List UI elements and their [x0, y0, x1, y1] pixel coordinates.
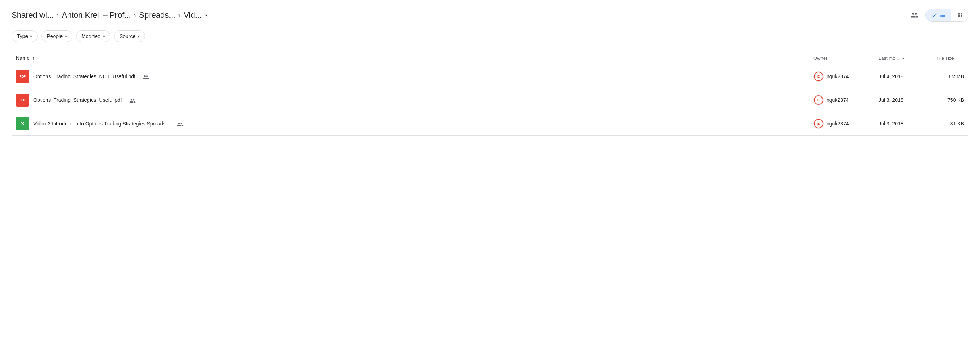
main-container: Shared wi... › Anton Kreil – Prof... › S…: [0, 0, 980, 144]
type-filter-label: Type: [17, 34, 28, 39]
grid-view-button[interactable]: [951, 9, 968, 21]
owner-cell: E nguk2374: [809, 112, 874, 136]
breadcrumb-spreads[interactable]: Spreads...: [139, 11, 175, 20]
breadcrumb-sep-3: ›: [178, 11, 181, 19]
grid-icon: [956, 12, 963, 19]
source-filter-button[interactable]: Source ▾: [114, 30, 145, 42]
people-icon: [910, 11, 918, 19]
avatar-inner: E: [814, 72, 823, 81]
list-icon: [939, 12, 946, 19]
modified-filter-label: Modified: [81, 34, 101, 39]
avatar-inner: E: [814, 119, 823, 128]
file-name-cell[interactable]: PDF Options_Trading_Strategies_Useful.pd…: [11, 88, 809, 112]
view-toggle: [925, 9, 969, 22]
people-filter-label: People: [47, 34, 63, 39]
file-type-icon: X: [16, 117, 29, 130]
modified-filter-chevron: ▾: [103, 34, 105, 39]
breadcrumb: Shared wi... › Anton Kreil – Prof... › S…: [11, 9, 969, 22]
owner-cell: E nguk2374: [809, 65, 874, 88]
breadcrumb-dropdown-icon[interactable]: ▾: [205, 13, 207, 18]
breadcrumb-sep-2: ›: [134, 11, 137, 19]
check-list-icon: [931, 12, 937, 19]
shared-icon: [177, 121, 183, 126]
size-cell: 31 KB: [932, 112, 969, 136]
list-view-button[interactable]: [926, 9, 951, 21]
table-row[interactable]: PDF Options_Trading_Strategies_Useful.pd…: [11, 88, 969, 112]
modified-cell: Jul 3, 2018: [874, 88, 932, 112]
col-header-name[interactable]: Name ↑: [11, 52, 809, 65]
modified-cell: Jul 3, 2018: [874, 112, 932, 136]
breadcrumb-actions: [908, 9, 969, 22]
owner-cell: E nguk2374: [809, 88, 874, 112]
file-type-icon: PDF: [16, 70, 29, 83]
file-name: Options_Trading_Strategies_NOT_Useful.pd…: [33, 74, 135, 79]
col-header-size: File size: [932, 52, 969, 65]
breadcrumb-shared[interactable]: Shared wi...: [11, 11, 54, 20]
file-name: Video 3 Introduction to Options Trading …: [33, 121, 170, 126]
breadcrumb-anton[interactable]: Anton Kreil – Prof...: [62, 11, 131, 20]
shared-icon: [143, 74, 149, 79]
share-people-button[interactable]: [908, 9, 921, 22]
col-header-modified[interactable]: Last mo... ▾: [874, 52, 932, 65]
owner-name: nguk2374: [827, 121, 849, 126]
type-filter-chevron: ▾: [30, 34, 32, 39]
shared-icon: [129, 98, 136, 102]
table-row[interactable]: X Video 3 Introduction to Options Tradin…: [11, 112, 969, 136]
people-filter-chevron: ▾: [65, 34, 67, 39]
file-type-icon: PDF: [16, 93, 29, 107]
file-table: Name ↑ Owner Last mo... ▾ File size: [11, 52, 969, 136]
file-name: Options_Trading_Strategies_Useful.pdf: [33, 97, 122, 103]
modified-cell: Jul 4, 2018: [874, 65, 932, 88]
modified-filter-button[interactable]: Modified ▾: [76, 30, 110, 42]
file-name-cell[interactable]: X Video 3 Introduction to Options Tradin…: [11, 112, 809, 136]
breadcrumb-last: Vid... ▾: [183, 11, 207, 20]
col-header-owner[interactable]: Owner: [809, 52, 874, 65]
source-filter-chevron: ▾: [138, 34, 140, 39]
type-filter-button[interactable]: Type ▾: [11, 30, 38, 42]
file-name-cell[interactable]: PDF Options_Trading_Strategies_NOT_Usefu…: [11, 65, 809, 88]
filter-bar: Type ▾ People ▾ Modified ▾ Source ▾: [11, 30, 969, 42]
owner-name: nguk2374: [827, 74, 849, 79]
breadcrumb-vid[interactable]: Vid...: [183, 11, 202, 20]
modified-sort-icon: ▾: [902, 56, 904, 61]
size-cell: 1.2 MB: [932, 65, 969, 88]
people-filter-button[interactable]: People ▾: [41, 30, 72, 42]
owner-avatar: E: [813, 95, 824, 105]
size-cell: 750 KB: [932, 88, 969, 112]
breadcrumb-sep-1: ›: [56, 11, 59, 19]
source-filter-label: Source: [119, 34, 135, 39]
owner-name: nguk2374: [827, 97, 849, 103]
sort-ascending-icon: ↑: [32, 55, 35, 61]
owner-avatar: E: [813, 71, 824, 82]
owner-avatar: E: [813, 118, 824, 129]
avatar-inner: E: [814, 95, 823, 105]
table-row[interactable]: PDF Options_Trading_Strategies_NOT_Usefu…: [11, 65, 969, 88]
